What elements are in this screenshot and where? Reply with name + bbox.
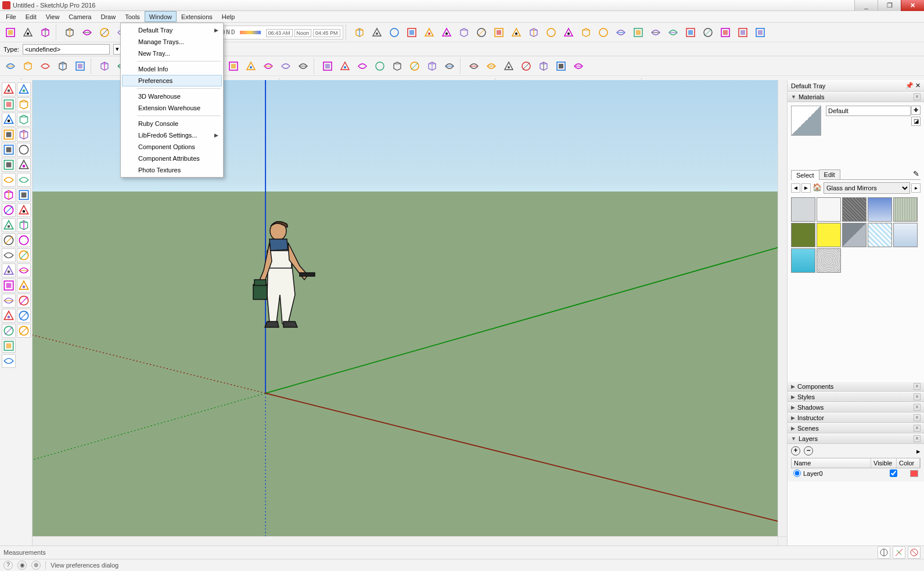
panel-header-layers[interactable]: ▼Layers× [788,433,924,444]
swatch-book-icon[interactable] [553,58,569,74]
yellow-cube-icon[interactable] [501,58,517,74]
panel-header-instructor[interactable]: ▶Instructor× [788,413,924,423]
material-swatch-11[interactable] [817,248,841,273]
lock-icon[interactable] [508,24,524,41]
sun-gear-icon[interactable] [648,24,664,41]
ring1-icon[interactable] [543,24,559,41]
3d-house-icon[interactable] [319,58,336,74]
move-red-icon[interactable] [17,188,31,202]
menu-item-component-attributes[interactable]: Component Attributes [122,153,222,164]
tab-edit[interactable]: Edit [819,169,840,179]
select-icon[interactable] [2,82,16,96]
component-icon[interactable] [17,82,31,96]
door-icon[interactable] [354,58,371,74]
house1-icon[interactable] [96,58,113,74]
line-icon[interactable] [2,113,16,127]
materials-panel-header[interactable]: ▼ Materials × [788,92,924,102]
panel-header-components[interactable]: ▶Components× [788,381,924,392]
circle3d-icon[interactable] [578,24,594,41]
arc3d-icon[interactable] [595,24,612,41]
orange-cube-icon[interactable] [518,58,534,74]
torus-icon[interactable] [630,24,646,41]
material-swatch-7[interactable] [842,223,867,247]
paint-icon[interactable] [2,279,16,292]
axis-display-1-icon[interactable] [878,546,890,559]
material-name-input[interactable] [826,106,911,116]
page-rotate-icon[interactable] [225,58,242,74]
bolt-icon[interactable] [466,58,482,74]
new-file-icon[interactable] [2,24,19,41]
menu-item-manage-trays[interactable]: Manage Trays... [122,36,222,48]
material-swatch-1[interactable] [817,197,841,222]
remove-layer-icon[interactable]: − [804,446,813,456]
menu-item-photo-textures[interactable]: Photo Textures [122,164,222,176]
wall-icon[interactable] [337,58,353,74]
blue-cube-icon[interactable] [535,58,552,74]
protractor-icon[interactable] [2,248,16,262]
hatch3-icon[interactable] [700,24,716,41]
menu-item-draw[interactable]: Draw [96,11,120,22]
circle-tool-icon[interactable] [2,143,16,157]
panel-close-icon[interactable]: × [914,425,921,432]
viewport-vscroll[interactable] [778,80,787,536]
add-layer-icon[interactable]: + [791,446,800,456]
eraser-pink-icon[interactable] [17,97,31,111]
sample-icon[interactable] [17,279,31,292]
panel-header-shadows[interactable]: ▶Shadows× [788,402,924,413]
copy-icon[interactable] [79,24,95,41]
nav-fwd-icon[interactable]: ► [801,183,811,193]
menu-item-libfredo6-settings[interactable]: LibFredo6 Settings...▶ [122,129,222,141]
panel-close-icon[interactable]: × [914,393,921,400]
tape-icon[interactable] [2,233,16,247]
f6-icon[interactable] [752,24,768,41]
rect-rot-icon[interactable] [17,128,31,142]
orbit-tool-icon[interactable] [2,294,16,308]
material-swatch-5[interactable] [791,223,815,247]
cube-solid-icon[interactable] [278,58,294,74]
menu-item-preferences[interactable]: Preferences [122,75,222,86]
pipe-icon[interactable] [424,58,440,74]
layer-color-chip[interactable] [910,470,918,477]
menu-item-ruby-console[interactable]: Ruby Console [122,118,222,129]
status-help-icon[interactable]: ? [3,561,13,570]
rect-icon[interactable] [2,58,19,74]
arch-icon[interactable] [372,58,388,74]
followme-icon[interactable] [17,263,31,277]
menu-item-3d-warehouse[interactable]: 3D Warehouse [122,91,222,102]
panel-close-icon[interactable]: × [914,93,921,100]
panel-close-icon[interactable]: × [914,435,921,442]
layer-row[interactable]: Layer0 [791,468,921,478]
window-icon[interactable] [407,58,423,74]
rect-tilt-icon[interactable] [20,58,36,74]
zoom-icon[interactable] [2,309,16,323]
panel-header-styles[interactable]: ▶Styles× [788,392,924,402]
eraser-icon[interactable] [2,97,16,111]
panel-close-icon[interactable]: × [914,414,921,421]
sample-paint-icon[interactable]: ✎ [913,169,921,179]
fold2-icon[interactable] [260,58,276,74]
closet-icon[interactable] [55,58,71,74]
text-icon[interactable] [17,233,31,247]
person-icon[interactable] [386,24,402,41]
material-swatch-10[interactable] [791,248,815,273]
pipe2-icon[interactable] [441,58,458,74]
tray-autohide-icon[interactable]: 📌 ✕ [905,82,921,89]
default-material-icon[interactable]: ◪ [911,117,921,126]
move-icon[interactable] [2,188,16,202]
cut-icon[interactable] [62,24,78,41]
material-swatch-6[interactable] [817,223,841,247]
minimize-button[interactable]: _ [854,0,878,11]
render2-icon[interactable] [456,24,472,41]
materials-library-select[interactable]: Glass and Mirrors [824,182,910,194]
google-earth-icon[interactable] [369,24,385,41]
polygon-icon[interactable] [17,143,31,157]
cabinet-icon[interactable] [72,58,88,74]
arc-icon[interactable] [2,158,16,172]
freehand-icon[interactable] [17,113,31,127]
hdr-visible[interactable]: Visible [871,458,897,468]
menu-item-model-info[interactable]: Model Info [122,63,222,75]
nav-back-icon[interactable]: ◄ [791,183,800,193]
material-swatch-2[interactable] [842,197,867,222]
type-input[interactable] [23,44,110,55]
axis-display-2-icon[interactable] [893,546,905,559]
